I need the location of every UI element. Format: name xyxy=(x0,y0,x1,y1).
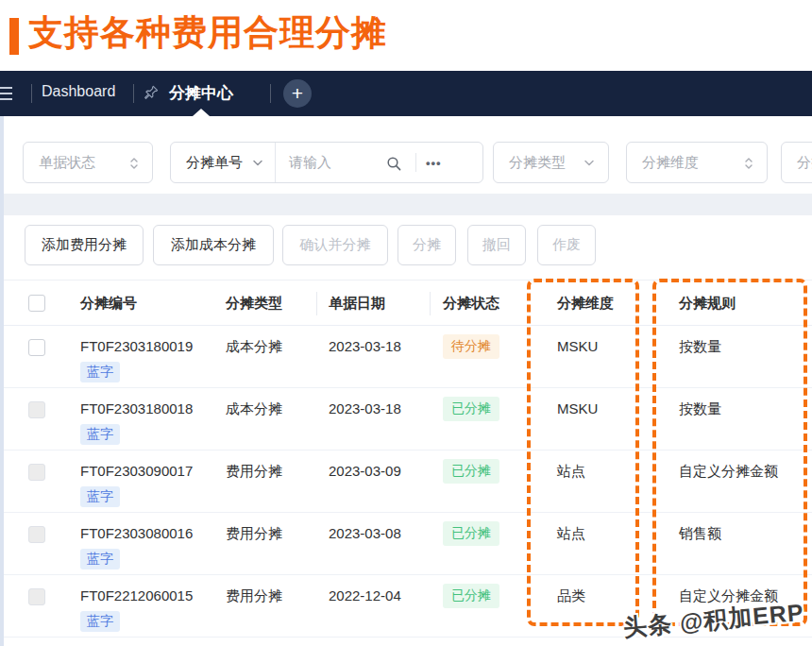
filter-alloc-dimension-placeholder: 分摊维度 xyxy=(627,154,699,172)
alloc-type: 成本分摊 xyxy=(226,400,282,418)
alloc-id: FT0F2212060015 xyxy=(80,587,193,604)
select-all-checkbox[interactable] xyxy=(28,295,45,312)
filter-alloc-type-select[interactable]: 分摊类型 xyxy=(493,142,609,183)
doc-date: 2023-03-18 xyxy=(329,400,401,416)
alloc-id: FT0F2303080016 xyxy=(80,525,193,541)
table-row: FT0F2303180019 蓝字 成本分摊 2023-03-18 待分摊 MS… xyxy=(4,326,812,388)
alloc-dimension: 站点 xyxy=(557,463,585,481)
alloc-dimension: MSKU xyxy=(557,400,598,416)
alloc-type: 费用分摊 xyxy=(226,587,282,605)
doc-date: 2023-03-08 xyxy=(329,525,401,541)
filter-partial-select[interactable]: 分摊 xyxy=(781,142,812,183)
hamburger-menu-icon[interactable] xyxy=(0,84,14,103)
tab-allocation-center[interactable]: 分摊中心 xyxy=(169,82,233,104)
status-badge: 已分摊 xyxy=(443,521,499,546)
alloc-id: FT0F2303180019 xyxy=(80,338,193,354)
add-expense-allocation-button[interactable]: 添加费用分摊 xyxy=(25,225,144,265)
up-down-carets-icon xyxy=(744,156,753,171)
confirm-and-allocate-button[interactable]: 确认并分摊 xyxy=(282,225,388,265)
status-badge: 已分摊 xyxy=(443,459,499,484)
filter-search-combo: 分摊单号 请输入 ••• xyxy=(170,142,483,183)
alloc-dimension: 品类 xyxy=(557,587,585,605)
alloc-type: 费用分摊 xyxy=(226,525,282,543)
search-icon[interactable] xyxy=(386,156,402,172)
active-tab-notch xyxy=(193,109,210,116)
filter-alloc-dimension-select[interactable]: 分摊维度 xyxy=(626,142,768,183)
doc-date: 2023-03-09 xyxy=(329,463,401,479)
blue-entry-tag: 蓝字 xyxy=(80,549,120,570)
table-row: FT0F2303080016 蓝字 费用分摊 2023-03-08 已分摊 站点… xyxy=(4,513,812,575)
top-navbar: Dashboard 分摊中心 + xyxy=(0,71,812,116)
void-button[interactable]: 作废 xyxy=(537,225,596,265)
search-input[interactable]: 请输入 xyxy=(276,154,331,172)
nav-divider xyxy=(270,84,271,103)
chevron-down-icon[interactable] xyxy=(252,159,263,168)
col-header-alloc-type: 分摊类型 xyxy=(226,295,282,313)
nav-divider xyxy=(31,84,32,103)
filter-partial-placeholder: 分摊 xyxy=(782,154,812,172)
header-column-divider xyxy=(430,292,431,315)
add-cost-allocation-button[interactable]: 添加成本分摊 xyxy=(153,225,274,265)
status-badge: 已分摊 xyxy=(443,584,499,608)
status-cell: 待分摊 xyxy=(443,334,499,359)
row-checkbox xyxy=(28,526,45,543)
more-options-icon[interactable]: ••• xyxy=(416,156,453,170)
table-header-row: 分摊编号 分摊类型 单据日期 分摊状态 分摊维度 分摊规则 xyxy=(4,280,812,326)
col-header-alloc-dimension: 分摊维度 xyxy=(557,295,614,313)
filter-alloc-type-placeholder: 分摊类型 xyxy=(494,154,566,172)
filter-doc-status-select[interactable]: 单据状态 xyxy=(23,142,153,183)
col-header-alloc-id: 分摊编号 xyxy=(80,295,137,313)
section-gap-band xyxy=(4,194,812,215)
alloc-id: FT0F2303090017 xyxy=(80,463,193,479)
row-checkbox xyxy=(28,464,45,481)
row-checkbox[interactable] xyxy=(28,339,45,356)
header-column-divider xyxy=(316,292,317,315)
alloc-dimension: MSKU xyxy=(557,338,598,354)
table-row: FT0F2303180018 蓝字 成本分摊 2023-03-18 已分摊 MS… xyxy=(4,388,812,450)
nav-item-dashboard[interactable]: Dashboard xyxy=(42,83,115,100)
col-header-alloc-status: 分摊状态 xyxy=(443,295,499,313)
blue-entry-tag: 蓝字 xyxy=(80,486,120,507)
table-row: FT0F2303090017 蓝字 费用分摊 2023-03-09 已分摊 站点… xyxy=(4,450,812,513)
col-header-alloc-rule: 分摊规则 xyxy=(679,295,736,313)
doc-date: 2023-03-18 xyxy=(329,338,401,354)
blue-entry-tag: 蓝字 xyxy=(80,611,120,632)
status-cell: 已分摊 xyxy=(443,397,499,421)
alloc-rule: 按数量 xyxy=(679,338,721,356)
alloc-type: 成本分摊 xyxy=(226,338,282,356)
alloc-rule: 自定义分摊金额 xyxy=(679,463,778,481)
row-checkbox xyxy=(28,401,45,418)
alloc-rule: 销售额 xyxy=(679,525,721,543)
status-cell: 已分摊 xyxy=(443,584,499,608)
status-badge: 已分摊 xyxy=(443,397,499,421)
filter-doc-status-placeholder: 单据状态 xyxy=(24,154,95,172)
chevron-down-icon xyxy=(584,159,595,168)
blue-entry-tag: 蓝字 xyxy=(80,424,120,445)
page-title: 支持各种费用合理分摊 xyxy=(28,10,387,56)
status-badge: 待分摊 xyxy=(443,334,499,359)
alloc-type: 费用分摊 xyxy=(226,463,282,481)
doc-date: 2022-12-04 xyxy=(329,587,401,604)
pushpin-icon xyxy=(143,85,159,101)
alloc-id: FT0F2303180018 xyxy=(80,400,193,416)
up-down-carets-icon xyxy=(129,156,139,171)
status-cell: 已分摊 xyxy=(443,521,499,546)
blue-entry-tag: 蓝字 xyxy=(80,362,120,382)
alloc-dimension: 站点 xyxy=(557,525,585,543)
add-tab-button[interactable]: + xyxy=(283,79,312,108)
search-field-selector[interactable]: 分摊单号 xyxy=(171,154,243,172)
col-header-doc-date: 单据日期 xyxy=(329,295,385,313)
alloc-rule: 按数量 xyxy=(679,400,721,418)
row-checkbox xyxy=(28,588,45,605)
allocate-button[interactable]: 分摊 xyxy=(398,225,456,265)
title-accent-bar xyxy=(9,18,19,55)
status-cell: 已分摊 xyxy=(443,459,499,484)
screenshot-root: 支持各种费用合理分摊 Dashboard 分摊中心 + 单据状态 xyxy=(0,0,812,646)
withdraw-button[interactable]: 撤回 xyxy=(467,225,526,265)
nav-divider xyxy=(133,84,134,103)
